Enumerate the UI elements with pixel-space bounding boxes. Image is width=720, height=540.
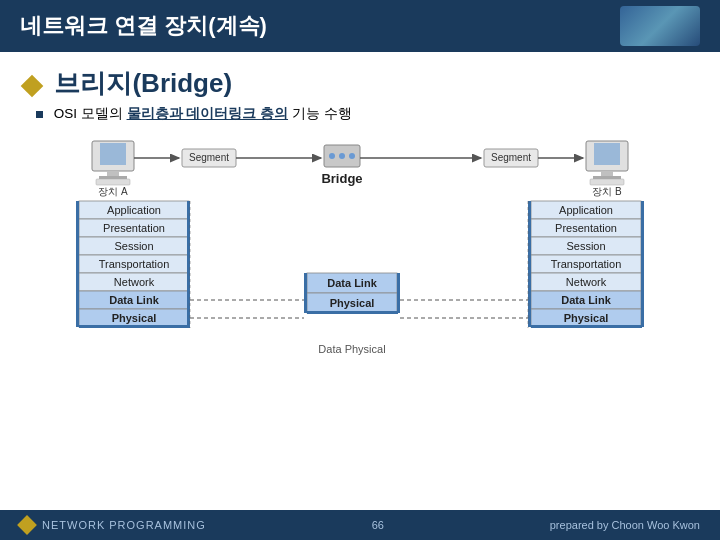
- svg-rect-62: [397, 273, 400, 313]
- svg-text:Segment: Segment: [491, 152, 531, 163]
- diagram-svg: 장치 A 장치 B Segment Segment Bridge: [24, 133, 696, 393]
- svg-text:Segment: Segment: [189, 152, 229, 163]
- footer-brand: NETWORK PROGRAMMING: [42, 519, 206, 531]
- svg-text:Presentation: Presentation: [555, 222, 617, 234]
- svg-point-16: [339, 153, 345, 159]
- svg-rect-9: [590, 179, 624, 185]
- svg-rect-8: [593, 176, 621, 179]
- svg-text:Data Link: Data Link: [109, 294, 159, 306]
- svg-rect-54: [528, 201, 531, 327]
- svg-rect-39: [79, 325, 190, 328]
- network-diagram: 장치 A 장치 B Segment Segment Bridge: [24, 133, 696, 397]
- svg-text:Bridge: Bridge: [321, 171, 362, 186]
- svg-text:Application: Application: [107, 204, 161, 216]
- footer: NETWORK PROGRAMMING 66 prepared by Choon…: [0, 510, 720, 540]
- right-osi-table: Application Presentation Session Transpo…: [528, 201, 644, 328]
- svg-text:Physical: Physical: [330, 297, 375, 309]
- bridge-table: Data Link Physical: [304, 273, 400, 314]
- header-title: 네트워크 연결 장치(계속): [20, 11, 267, 41]
- header: 네트워크 연결 장치(계속): [0, 0, 720, 52]
- description-highlight: 물리층과 데이터링크 층의: [127, 106, 289, 121]
- svg-rect-4: [96, 179, 130, 185]
- footer-credit: prepared by Choon Woo Kwon: [550, 519, 700, 531]
- svg-point-17: [349, 153, 355, 159]
- svg-text:Data Physical: Data Physical: [318, 343, 385, 355]
- svg-rect-38: [187, 201, 190, 327]
- description-suffix: 기능 수행: [288, 106, 352, 121]
- device-right-label: 장치 B: [592, 186, 622, 197]
- footer-left: NETWORK PROGRAMMING: [20, 518, 206, 532]
- description-prefix: OSI 모델의: [54, 106, 127, 121]
- diamond-icon: [21, 74, 44, 97]
- header-image: [620, 6, 700, 46]
- svg-rect-63: [307, 311, 398, 314]
- svg-rect-1: [100, 143, 126, 165]
- svg-text:Network: Network: [566, 276, 607, 288]
- svg-text:Physical: Physical: [112, 312, 157, 324]
- svg-rect-6: [594, 143, 620, 165]
- svg-text:Presentation: Presentation: [103, 222, 165, 234]
- svg-point-15: [329, 153, 335, 159]
- svg-text:Session: Session: [114, 240, 153, 252]
- svg-text:Application: Application: [559, 204, 613, 216]
- section-title-kr: 브리지: [54, 68, 132, 98]
- section-heading: 브리지(Bridge): [24, 66, 696, 101]
- svg-text:Network: Network: [114, 276, 155, 288]
- device-left-label: 장치 A: [98, 186, 128, 197]
- svg-text:Transportation: Transportation: [99, 258, 170, 270]
- svg-text:Data Link: Data Link: [327, 277, 377, 289]
- footer-page: 66: [372, 519, 384, 531]
- svg-text:Session: Session: [566, 240, 605, 252]
- svg-rect-56: [531, 325, 642, 328]
- svg-text:Data Link: Data Link: [561, 294, 611, 306]
- section-title-en: (Bridge): [132, 68, 232, 98]
- svg-rect-3: [99, 176, 127, 179]
- svg-text:Transportation: Transportation: [551, 258, 622, 270]
- svg-rect-55: [641, 201, 644, 327]
- left-osi-table: Application Presentation Session Transpo…: [76, 201, 190, 328]
- svg-rect-37: [76, 201, 79, 327]
- footer-diamond-icon: [17, 515, 37, 535]
- svg-text:Physical: Physical: [564, 312, 609, 324]
- svg-rect-61: [304, 273, 307, 313]
- bullet-icon: [36, 111, 43, 118]
- subtitle-line: OSI 모델의 물리층과 데이터링크 층의 기능 수행: [36, 105, 696, 123]
